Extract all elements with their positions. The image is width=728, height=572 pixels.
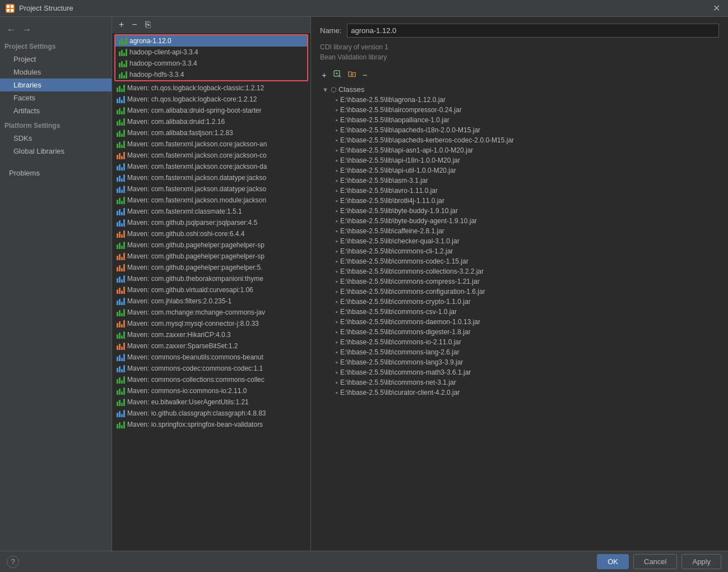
file-icon: ▪ bbox=[336, 329, 338, 335]
remove-class-button[interactable]: − bbox=[361, 69, 369, 81]
list-item[interactable]: Maven: com.github.theborakompanioni:thym… bbox=[112, 273, 310, 284]
list-item[interactable]: Maven: com.github.pagehelper:pagehelper-… bbox=[112, 251, 310, 262]
sidebar-item-libraries[interactable]: Libraries bbox=[0, 79, 112, 91]
list-item[interactable]: Maven: com.github.virtuald:curvesapi:1.0… bbox=[112, 284, 310, 296]
library-icon bbox=[119, 59, 127, 67]
list-item[interactable]: Maven: ch.qos.logback:logback-classic:1.… bbox=[112, 82, 310, 94]
list-item[interactable]: agrona-1.12.0 bbox=[115, 35, 307, 47]
back-button[interactable]: ← bbox=[4, 24, 18, 36]
list-item[interactable]: Maven: commons-beanutils:commons-beanut bbox=[112, 352, 310, 363]
tree-item: ▪E:\hbase-2.5.5\lib\curator-client-4.2.0… bbox=[322, 388, 719, 398]
add-class-alt-button[interactable] bbox=[332, 69, 343, 81]
name-input[interactable] bbox=[347, 24, 719, 38]
file-icon: ▪ bbox=[336, 298, 338, 305]
tree-item: ▪E:\hbase-2.5.5\lib\api-asn1-api-1.0.0-M… bbox=[322, 145, 719, 155]
list-item[interactable]: Maven: com.fasterxml.jackson.module:jack… bbox=[112, 195, 310, 206]
tree-item: ▪E:\hbase-2.5.5\lib\checker-qual-3.1.0.j… bbox=[322, 236, 719, 246]
list-item[interactable]: Maven: com.alibaba:fastjson:1.2.83 bbox=[112, 127, 310, 139]
add-library-button[interactable]: + bbox=[117, 19, 126, 30]
list-item[interactable]: Maven: com.zaxxer:HikariCP:4.0.3 bbox=[112, 329, 310, 340]
svg-rect-2 bbox=[7, 9, 10, 12]
list-item[interactable]: Maven: commons-io:commons-io:2.11.0 bbox=[112, 385, 310, 396]
copy-library-button[interactable]: ⎘ bbox=[143, 19, 153, 30]
help-button[interactable]: ? bbox=[7, 556, 19, 568]
highlighted-group: agrona-1.12.0 hadoop-client-api-3.3.4 bbox=[114, 34, 308, 81]
tree-header-classes[interactable]: ▼ ⬡ Classes bbox=[322, 84, 719, 95]
tree-item: ▪E:\hbase-2.5.5\lib\commons-configuratio… bbox=[322, 287, 719, 297]
library-icon bbox=[117, 297, 125, 305]
library-icon bbox=[117, 230, 125, 238]
library-icon bbox=[117, 151, 125, 159]
list-item[interactable]: Maven: com.github.pagehelper:pagehelper:… bbox=[112, 262, 310, 273]
library-icon bbox=[117, 196, 125, 204]
add-class-button[interactable]: + bbox=[320, 69, 328, 81]
list-item[interactable]: Maven: com.fasterxml.jackson.core:jackso… bbox=[112, 150, 310, 161]
list-item[interactable]: Maven: com.alibaba:druid-spring-boot-sta… bbox=[112, 105, 310, 116]
list-item[interactable]: Maven: com.mchange:mchange-commons-jav bbox=[112, 307, 310, 318]
list-item[interactable]: Maven: com.fasterxml.jackson.datatype:ja… bbox=[112, 172, 310, 183]
sidebar-item-global-libraries[interactable]: Global Libraries bbox=[0, 145, 112, 158]
tree-item: ▪E:\hbase-2.5.5\lib\apacheds-kerberos-co… bbox=[322, 135, 719, 145]
tree-item: ▪E:\hbase-2.5.5\lib\commons-lang3-3.9.ja… bbox=[322, 357, 719, 367]
sidebar-item-sdks[interactable]: SDKs bbox=[0, 132, 112, 145]
info-line-1: CDI library of version 1 bbox=[320, 43, 719, 51]
list-item[interactable]: hadoop-common-3.3.4 bbox=[115, 58, 307, 69]
list-item[interactable]: Maven: com.alibaba:druid:1.2.16 bbox=[112, 116, 310, 127]
close-button[interactable]: ✕ bbox=[711, 3, 722, 13]
library-icon bbox=[117, 207, 125, 215]
library-icon bbox=[117, 107, 125, 114]
tree-item: ▪E:\hbase-2.5.5\lib\aopalliance-1.0.jar bbox=[322, 115, 719, 125]
file-icon: ▪ bbox=[336, 258, 338, 265]
sidebar-item-problems[interactable]: Problems bbox=[0, 167, 112, 179]
remove-library-button[interactable]: − bbox=[129, 19, 139, 30]
list-item[interactable]: Maven: commons-collections:commons-colle… bbox=[112, 374, 310, 385]
file-icon: ▪ bbox=[336, 278, 338, 285]
tree-item: ▪E:\hbase-2.5.5\lib\commons-lang-2.6.jar bbox=[322, 347, 719, 357]
list-item[interactable]: hadoop-hdfs-3.3.4 bbox=[115, 69, 307, 80]
file-icon: ▪ bbox=[336, 197, 338, 204]
list-item[interactable]: Maven: com.mysql:mysql-connector-j:8.0.3… bbox=[112, 318, 310, 329]
tree-item: ▪E:\hbase-2.5.5\lib\caffeine-2.8.1.jar bbox=[322, 226, 719, 236]
file-icon: ▪ bbox=[336, 369, 338, 376]
ok-button[interactable]: OK bbox=[597, 554, 629, 569]
list-item[interactable]: Maven: eu.bitwalker:UserAgentUtils:1.21 bbox=[112, 396, 310, 408]
list-item[interactable]: Maven: com.fasterxml.jackson.core:jackso… bbox=[112, 161, 310, 172]
library-icon bbox=[117, 252, 125, 260]
tree-item: ▪E:\hbase-2.5.5\lib\brotli4j-1.11.0.jar bbox=[322, 196, 719, 206]
list-item[interactable]: Maven: ch.qos.logback:logback-core:1.2.1… bbox=[112, 94, 310, 105]
list-item[interactable]: Maven: com.github.pagehelper:pagehelper-… bbox=[112, 239, 310, 251]
sidebar-item-facets[interactable]: Facets bbox=[0, 91, 112, 104]
apply-button[interactable]: Apply bbox=[681, 554, 721, 569]
tree-section-label: Classes bbox=[339, 85, 364, 94]
file-icon: ▪ bbox=[336, 96, 338, 103]
list-item[interactable]: Maven: com.fasterxml.jackson.datatype:ja… bbox=[112, 183, 310, 195]
sidebar-item-project[interactable]: Project bbox=[0, 53, 112, 66]
file-icon: ▪ bbox=[336, 288, 338, 295]
file-icon: ▪ bbox=[336, 308, 338, 315]
project-settings-heading: Project Settings bbox=[0, 38, 112, 53]
forward-button[interactable]: → bbox=[20, 24, 34, 36]
list-item[interactable]: Maven: com.jhlabs:filters:2.0.235-1 bbox=[112, 296, 310, 307]
list-item[interactable]: Maven: com.fasterxml:classmate:1.5.1 bbox=[112, 206, 310, 217]
list-item[interactable]: Maven: com.zaxxer:SparseBitSet:1.2 bbox=[112, 340, 310, 352]
list-item[interactable]: Maven: commons-codec:commons-codec:1.1 bbox=[112, 363, 310, 374]
list-item[interactable]: hadoop-client-api-3.3.4 bbox=[115, 47, 307, 58]
cancel-button[interactable]: Cancel bbox=[633, 554, 677, 569]
list-item[interactable]: Maven: io.github.classgraph:classgraph:4… bbox=[112, 408, 310, 419]
file-icon: ▪ bbox=[336, 117, 338, 123]
list-item[interactable]: Maven: io.springfox:springfox-bean-valid… bbox=[112, 419, 310, 430]
add-class-folder-button[interactable] bbox=[346, 69, 358, 81]
library-icon bbox=[117, 342, 125, 350]
list-item[interactable]: Maven: com.github.jsqlparser:jsqlparser:… bbox=[112, 217, 310, 228]
tree-section-icon: ⬡ bbox=[331, 86, 336, 94]
library-list: agrona-1.12.0 hadoop-client-api-3.3.4 bbox=[112, 33, 310, 551]
right-panel: Name: CDI library of version 1 Bean Vali… bbox=[311, 17, 728, 551]
list-item[interactable]: Maven: com.github.oshi:oshi-core:6.4.4 bbox=[112, 228, 310, 239]
tree-section-classes: ▼ ⬡ Classes ▪E:\hbase-2.5.5\lib\agrona-1… bbox=[322, 84, 719, 398]
sidebar-item-artifacts[interactable]: Artifacts bbox=[0, 104, 112, 117]
info-line-2: Bean Validation library bbox=[320, 53, 719, 61]
sidebar-item-modules[interactable]: Modules bbox=[0, 66, 112, 79]
library-icon bbox=[117, 331, 125, 339]
list-item[interactable]: Maven: com.fasterxml.jackson.core:jackso… bbox=[112, 139, 310, 150]
tree-item: ▪E:\hbase-2.5.5\lib\byte-buddy-1.9.10.ja… bbox=[322, 206, 719, 216]
